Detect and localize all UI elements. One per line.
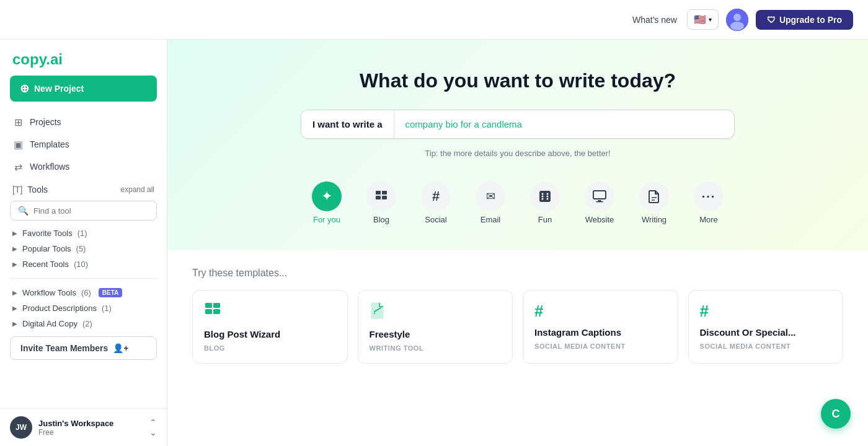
chevron-right-icon: ▶ xyxy=(12,289,17,296)
svg-rect-6 xyxy=(382,196,387,199)
templates-title: Try these templates... xyxy=(192,268,843,279)
svg-rect-16 xyxy=(596,201,603,203)
main-content: What do you want to write today? I want … xyxy=(167,40,868,446)
template-category: SOCIAL MEDIA CONTENT xyxy=(700,343,832,350)
svg-rect-21 xyxy=(205,309,212,314)
popular-tools-category[interactable]: ▶ Popular Tools (5) xyxy=(0,241,167,256)
beta-badge: BETA xyxy=(99,288,122,297)
whats-new-link[interactable]: What's new xyxy=(632,15,677,25)
chevron-down-icon: ▾ xyxy=(709,16,712,23)
ellipsis-icon: ··· xyxy=(694,181,724,211)
svg-point-11 xyxy=(547,198,549,200)
sidebar-item-templates[interactable]: ▣ Templates xyxy=(5,134,162,155)
product-descriptions-category[interactable]: ▶ Product Descriptions (1) xyxy=(0,300,167,316)
hero-tip: Tip: the more details you describe above… xyxy=(192,149,843,158)
discount-icon: # xyxy=(700,302,832,321)
tab-website[interactable]: Website xyxy=(575,175,624,230)
svg-rect-5 xyxy=(376,196,381,199)
template-card-instagram[interactable]: # Instagram Captions SOCIAL MEDIA CONTEN… xyxy=(523,290,678,364)
templates-icon: ▣ xyxy=(12,139,24,150)
svg-point-10 xyxy=(542,198,544,200)
logo-text: copy.ai xyxy=(12,51,63,68)
workspace-plan: Free xyxy=(38,428,143,437)
tab-for-you[interactable]: ✦ For you xyxy=(302,175,352,230)
recent-tools-category[interactable]: ▶ Recent Tools (10) xyxy=(0,256,167,272)
workspace-name: Justin's Workspace xyxy=(38,419,143,428)
digital-ad-copy-category[interactable]: ▶ Digital Ad Copy (2) xyxy=(0,316,167,331)
svg-point-8 xyxy=(542,193,544,195)
tab-writing[interactable]: Writing xyxy=(629,175,679,230)
tool-search-box[interactable]: 🔍 xyxy=(10,201,157,221)
template-card-blog-wizard[interactable]: Blog Post Wizard BLOG xyxy=(192,290,348,364)
projects-icon: ⊞ xyxy=(12,116,24,128)
svg-rect-14 xyxy=(593,191,606,199)
template-name: Discount Or Special... xyxy=(700,327,832,338)
write-input-container: I want to write a xyxy=(301,110,735,139)
template-category: WRITING TOOL xyxy=(370,344,502,352)
tool-tabs: ✦ For you Blog # xyxy=(192,175,843,230)
svg-rect-22 xyxy=(213,309,220,314)
svg-point-1 xyxy=(733,14,741,21)
templates-grid: Blog Post Wizard BLOG Freestyle WRITING … xyxy=(192,290,843,364)
write-input[interactable] xyxy=(394,110,734,138)
tab-email[interactable]: ✉ Email xyxy=(466,175,515,230)
search-input[interactable] xyxy=(33,206,149,216)
monitor-icon xyxy=(585,181,614,211)
tab-social[interactable]: # Social xyxy=(411,175,461,230)
svg-rect-19 xyxy=(205,303,212,308)
chevron-right-icon: ▶ xyxy=(12,305,17,312)
dice-icon xyxy=(530,181,560,211)
sidebar-item-workflows[interactable]: ⇄ Workflows xyxy=(5,156,162,177)
user-avatar[interactable] xyxy=(726,9,748,31)
chevron-right-icon: ▶ xyxy=(12,320,17,327)
sidebar-item-projects[interactable]: ⊞ Projects xyxy=(5,112,162,133)
write-label: I want to write a xyxy=(301,110,394,138)
grid-icon xyxy=(366,181,396,211)
chevron-up-down-icon: ⌃⌄ xyxy=(149,418,157,437)
blog-wizard-icon xyxy=(204,302,336,323)
workspace-footer[interactable]: JW Justin's Workspace Free ⌃⌄ xyxy=(0,408,167,446)
expand-all-button[interactable]: expand all xyxy=(120,185,154,194)
chat-fab-button[interactable]: C xyxy=(821,399,851,429)
tab-more[interactable]: ··· More xyxy=(684,175,733,230)
hero-title: What do you want to write today? xyxy=(192,69,843,92)
main-layout: copy.ai ⊕ New Project ⊞ Projects ▣ Templ… xyxy=(0,40,868,446)
chevron-right-icon: ▶ xyxy=(12,261,17,268)
svg-rect-20 xyxy=(213,303,220,308)
svg-point-13 xyxy=(547,196,549,198)
template-category: SOCIAL MEDIA CONTENT xyxy=(534,343,666,350)
user-add-icon: 👤+ xyxy=(113,343,128,353)
template-name: Freestyle xyxy=(370,329,502,339)
template-category: BLOG xyxy=(204,344,336,352)
svg-point-12 xyxy=(542,196,544,198)
instagram-icon: # xyxy=(534,302,666,321)
logo: copy.ai xyxy=(0,40,167,76)
sidebar: copy.ai ⊕ New Project ⊞ Projects ▣ Templ… xyxy=(0,40,167,446)
freestyle-icon xyxy=(370,302,502,323)
tab-blog[interactable]: Blog xyxy=(356,175,406,230)
hashtag-icon: # xyxy=(421,181,451,211)
workflows-icon: ⇄ xyxy=(12,161,24,172)
tools-section-header: [T] Tools expand all xyxy=(0,180,167,197)
templates-section: Try these templates... Blog Post Wizard … xyxy=(167,250,868,381)
template-card-freestyle[interactable]: Freestyle WRITING TOOL xyxy=(358,290,513,364)
document-icon xyxy=(639,181,669,211)
sidebar-navigation: ⊞ Projects ▣ Templates ⇄ Workflows xyxy=(0,112,167,177)
template-card-discount[interactable]: # Discount Or Special... SOCIAL MEDIA CO… xyxy=(688,290,844,364)
favorite-tools-category[interactable]: ▶ Favorite Tools (1) xyxy=(0,225,167,241)
workflow-tools-category[interactable]: ▶ Workflow Tools (6) BETA xyxy=(0,285,167,300)
invite-team-members-button[interactable]: Invite Team Members 👤+ xyxy=(10,336,157,360)
svg-rect-7 xyxy=(539,191,551,202)
svg-rect-3 xyxy=(376,191,381,195)
svg-rect-15 xyxy=(598,200,601,201)
svg-rect-4 xyxy=(382,191,387,195)
template-name: Instagram Captions xyxy=(534,327,666,338)
tab-fun[interactable]: Fun xyxy=(520,175,570,230)
upgrade-button[interactable]: 🛡 Upgrade to Pro xyxy=(756,10,853,30)
language-selector[interactable]: 🇺🇸 ▾ xyxy=(687,9,719,30)
template-name: Blog Post Wizard xyxy=(204,329,336,339)
search-icon: 🔍 xyxy=(18,206,29,216)
new-project-button[interactable]: ⊕ New Project xyxy=(10,76,157,102)
sidebar-divider xyxy=(10,278,157,279)
sparkle-icon: ✦ xyxy=(312,181,342,211)
